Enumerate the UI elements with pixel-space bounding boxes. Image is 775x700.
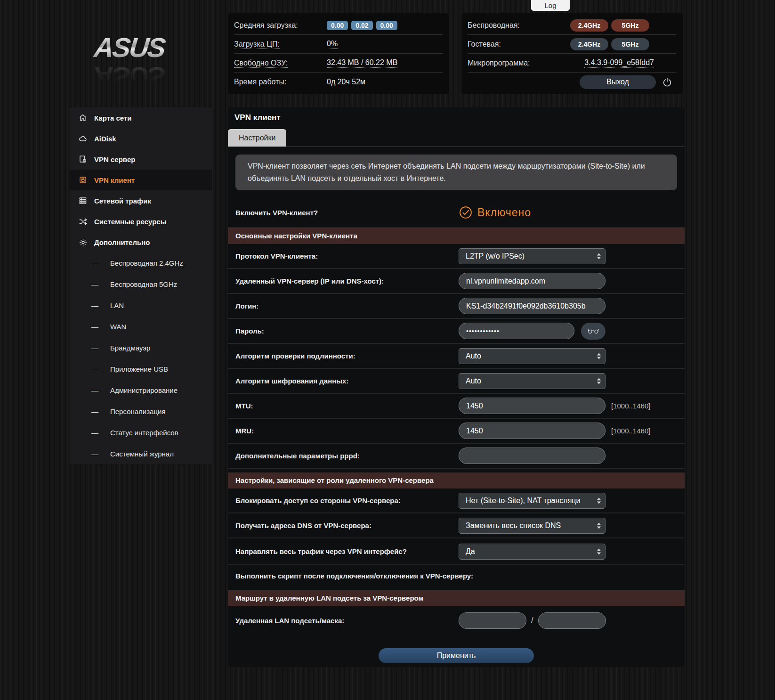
sidebar-sub-label: Системный журнал — [110, 450, 174, 458]
sidebar-sub-firewall[interactable]: —Брандмауэр — [70, 337, 212, 358]
subnet-mask-separator: / — [531, 616, 533, 625]
dash-icon: — — [91, 386, 98, 394]
dash-icon: — — [91, 280, 98, 288]
sidebar-sub-wireless-5[interactable]: —Беспроводная 5GHz — [70, 274, 212, 295]
wireless-status-panel: Беспроводная: 2.4GHz 5GHz Гостевая: 2.4G… — [461, 13, 683, 94]
sidebar-sub-wan[interactable]: —WAN — [70, 316, 212, 337]
remote-lan-subnet-input[interactable] — [459, 612, 526, 629]
route-all-traffic-select[interactable]: Да — [459, 544, 605, 560]
wireless-label: Беспроводная: — [468, 21, 560, 30]
section-server-role-settings: Настройки, зависящие от роли удаленного … — [228, 472, 685, 488]
sidebar-item-vpn-server[interactable]: VPN сервер — [70, 149, 212, 170]
guest-5ghz-badge[interactable]: 5GHz — [611, 38, 649, 50]
spinner-arrows-icon — [597, 497, 601, 504]
enable-vpn-toggle[interactable]: Включено — [459, 205, 531, 220]
sidebar-sub-usb-app[interactable]: —Приложение USB — [70, 358, 212, 380]
section-basic-settings: Основные настройки VPN-клиента — [228, 228, 685, 244]
mtu-row: MTU: [1000..1460] — [228, 394, 685, 419]
mtu-range-hint: [1000..1460] — [611, 402, 650, 410]
sidebar-item-label: Карта сети — [94, 114, 132, 122]
firmware-label: Микропрограмма: — [468, 59, 560, 67]
vpn-client-icon — [78, 175, 88, 185]
gear-icon — [78, 237, 88, 247]
login-input[interactable] — [459, 298, 605, 314]
auth-algorithm-select[interactable]: Auto — [459, 348, 605, 364]
dash-icon: — — [91, 365, 98, 373]
pppd-params-input[interactable] — [459, 448, 605, 464]
sidebar-sub-system-log[interactable]: —Системный журнал — [70, 443, 212, 464]
post-connect-script-label: Выполнить скрипт после подключения/отклю… — [235, 572, 473, 580]
sidebar-item-label: VPN клиент — [94, 176, 135, 184]
wireless-row: Беспроводная: 2.4GHz 5GHz — [468, 16, 677, 35]
sidebar-item-network-traffic[interactable]: Сетевой трафик — [70, 190, 212, 211]
sidebar-sub-label: Статус интерфейсов — [110, 429, 178, 437]
sidebar-sub-administration[interactable]: —Администрирование — [70, 380, 212, 401]
sidebar-sub-label: Администрирование — [110, 386, 178, 394]
dns-from-server-select[interactable]: Заменить весь список DNS — [459, 518, 605, 534]
cpu-load-label[interactable]: Загрузка ЦП: — [234, 40, 280, 49]
spinner-arrows-icon — [597, 253, 601, 259]
dash-icon: — — [91, 344, 98, 352]
spinner-arrows-icon — [597, 378, 601, 384]
traffic-icon — [78, 196, 88, 205]
sidebar-sub-personalization[interactable]: —Персонализация — [70, 401, 212, 422]
mru-range-hint: [1000..1460] — [611, 427, 650, 435]
spinner-arrows-icon — [597, 522, 601, 529]
uptime-label: Время работы: — [234, 78, 327, 86]
asus-logo: ASUS ASUS — [94, 34, 198, 90]
wireless-5ghz-badge[interactable]: 5GHz — [611, 19, 649, 32]
pppd-params-row: Дополнительные параметры pppd: — [228, 444, 685, 469]
block-access-select[interactable]: Нет (Site-to-Site), NAT трансляци — [459, 493, 605, 509]
sidebar-item-label: Дополнительно — [94, 238, 150, 246]
dash-icon: — — [91, 450, 98, 458]
sidebar-item-aidisk[interactable]: AiDisk — [70, 128, 212, 149]
mtu-input[interactable] — [459, 398, 605, 414]
sidebar-sub-label: LAN — [110, 301, 124, 309]
system-status-panel: Средняя загрузка: 0.00 0.02 0.00 Загрузк… — [228, 13, 449, 94]
asus-logo-text: ASUS — [93, 34, 199, 61]
show-password-button[interactable] — [581, 323, 605, 340]
cpu-load-value[interactable]: 0% — [327, 40, 338, 49]
wireless-2ghz-badge[interactable]: 2.4GHz — [570, 19, 608, 32]
free-ram-value[interactable]: 32.43 MB / 60.22 MB — [327, 58, 397, 68]
sidebar-item-system-resources[interactable]: Системные ресурсы — [70, 211, 212, 232]
protocol-select[interactable]: L2TP (w/o IPSec) — [459, 248, 605, 264]
post-connect-script-row[interactable]: Выполнить скрипт после подключения/отклю… — [228, 565, 685, 586]
sidebar-sub-wireless-24[interactable]: —Беспроводная 2.4GHz — [70, 252, 212, 274]
sidebar-sub-label: Беспроводная 2.4GHz — [110, 259, 183, 267]
spinner-arrows-icon — [597, 353, 601, 359]
tab-settings[interactable]: Настройки — [228, 129, 286, 147]
apply-button[interactable]: Применить — [379, 648, 534, 663]
remote-lan-mask-input[interactable] — [538, 612, 606, 629]
firmware-row: Микропрограмма: 3.4.3.9-099_e58fdd7 — [468, 54, 677, 73]
guest-2ghz-badge[interactable]: 2.4GHz — [570, 38, 608, 50]
logout-button[interactable]: Выход — [580, 75, 656, 89]
encryption-algorithm-select[interactable]: Auto — [459, 373, 605, 389]
sidebar-item-network-map[interactable]: Карта сети — [70, 107, 212, 128]
asus-logo-reflection: ASUS — [93, 63, 199, 90]
sidebar-sub-lan[interactable]: —LAN — [70, 295, 212, 316]
sidebar-item-advanced[interactable]: Дополнительно — [70, 232, 212, 252]
guest-label: Гостевая: — [468, 40, 560, 49]
free-ram-label[interactable]: Свободно ОЗУ: — [234, 59, 288, 68]
login-row: Логин: — [228, 294, 685, 319]
sidebar-nav: Карта сети AiDisk VPN сервер VPN клиент … — [70, 107, 212, 464]
power-icon[interactable] — [661, 75, 674, 89]
sidebar-item-label: Системные ресурсы — [94, 218, 166, 226]
free-ram-row: Свободно ОЗУ: 32.43 MB / 60.22 MB — [234, 54, 443, 73]
main-content: VPN клиент Настройки VPN-клиент позволяе… — [228, 107, 685, 667]
sidebar-sub-interface-status[interactable]: —Статус интерфейсов — [70, 422, 212, 443]
check-circle-icon — [459, 205, 473, 220]
password-row: Пароль: — [228, 319, 685, 344]
load-avg-5m: 0.02 — [351, 21, 372, 30]
firmware-value[interactable]: 3.4.3.9-099_e58fdd7 — [584, 58, 654, 68]
sidebar-item-vpn-client[interactable]: VPN клиент — [70, 170, 212, 190]
remote-server-input[interactable] — [459, 273, 605, 289]
log-tab[interactable]: Log — [531, 0, 570, 11]
mru-input[interactable] — [459, 423, 605, 439]
load-avg-15m: 0.00 — [376, 21, 397, 30]
dash-icon: — — [91, 259, 98, 267]
password-input[interactable] — [459, 323, 574, 339]
cpu-load-row: Загрузка ЦП: 0% — [234, 35, 443, 54]
vpn-server-icon — [78, 155, 88, 164]
